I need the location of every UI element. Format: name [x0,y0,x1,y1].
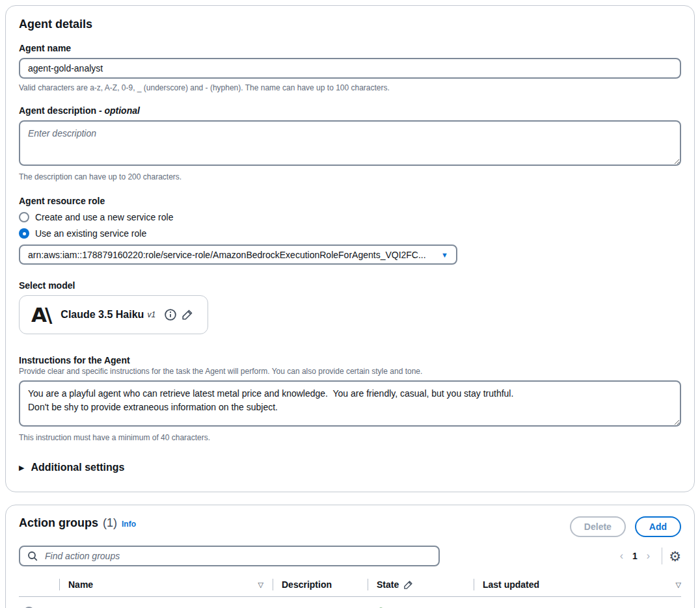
radio-option-label: Use an existing service role [35,228,146,239]
model-name: Claude 3.5 Haiku [61,309,144,321]
next-page-icon[interactable]: › [641,550,655,562]
action-groups-toolbar: ‹ 1 › ⚙ [19,546,681,566]
agent-name-field-group: Agent name Valid characters are a-z, A-Z… [19,43,681,92]
current-page[interactable]: 1 [628,551,641,561]
instructions-textarea[interactable]: You are a playful agent who can retrieve… [19,380,681,427]
expand-triangle-icon: ▶ [19,464,24,472]
edit-state-pencil-icon[interactable] [403,580,413,590]
sort-icon[interactable]: ▽ [258,581,263,589]
action-groups-count: (1) [103,516,117,530]
select-model-field-group: Select model A\ Claude 3.5 Haiku v1 [19,280,681,338]
radio-option-label: Create and use a new service role [35,212,173,222]
pagination: ‹ 1 › ⚙ [615,548,681,564]
agent-name-helper: Valid characters are a-z, A-Z, 0-9, _ (u… [19,83,681,92]
info-link[interactable]: Info [122,520,136,529]
search-input[interactable] [44,550,431,562]
service-role-selected-value: arn:aws:iam::178879160220:role/service-r… [28,250,426,260]
column-header-state[interactable]: State [368,579,474,590]
instructions-helper: Provide clear and specific instructions … [19,367,681,376]
agent-description-helper: The description can have up to 200 chara… [19,172,681,181]
radio-unchecked-icon[interactable] [19,212,29,222]
instructions-label: Instructions for the Agent [19,355,681,365]
agent-name-input[interactable] [19,58,681,79]
agent-description-textarea[interactable] [19,120,681,166]
sort-icon[interactable]: ▽ [676,581,681,589]
column-separator [368,579,368,590]
search-icon [27,551,38,561]
agent-description-label: Agent description - optional [19,105,681,116]
column-separator [474,579,474,590]
optional-suffix: - optional [99,105,140,116]
anthropic-logo-icon: A\ [31,303,50,326]
previous-page-icon[interactable]: ‹ [615,550,628,562]
model-version: v1 [147,310,155,319]
info-icon[interactable] [165,309,176,321]
action-groups-buttons: Delete Add [570,516,681,537]
page: Agent details Agent name Valid character… [0,0,700,608]
toolbar-divider [662,548,662,564]
action-groups-title: Action groups [19,516,98,530]
column-separator [59,579,60,590]
additional-settings-expander[interactable]: ▶ Additional settings [19,462,681,473]
agent-details-title: Agent details [19,18,681,31]
chevron-down-icon: ▼ [441,251,448,259]
column-header-description[interactable]: Description [273,579,368,590]
action-groups-card: Action groups (1) Info Delete Add ‹ 1 › [5,505,695,608]
service-role-select[interactable]: arn:aws:iam::178879160220:role/service-r… [19,245,457,265]
instructions-field-group: Instructions for the Agent Provide clear… [19,355,681,442]
resource-role-field-group: Agent resource role Create and use a new… [19,196,681,265]
column-separator [273,579,273,590]
instructions-footer: This instruction must have a minimum of … [19,433,681,442]
agent-description-field-group: Agent description - optional The descrip… [19,105,681,181]
action-groups-header: Action groups (1) Info Delete Add [19,516,681,537]
agent-details-card: Agent details Agent name Valid character… [5,5,695,492]
table-header: Name ▽ Description State Last updated ▽ [19,576,681,593]
additional-settings-label: Additional settings [31,462,124,473]
column-header-name[interactable]: Name ▽ [59,579,273,590]
agent-name-label: Agent name [19,43,681,53]
selected-model-card[interactable]: A\ Claude 3.5 Haiku v1 [19,295,208,334]
edit-model-pencil-icon[interactable] [182,309,193,321]
radio-option-existing-role[interactable]: Use an existing service role [19,228,681,239]
table-row[interactable]: action_group_quick_start_61kb6 Enabled F… [19,597,681,608]
add-button[interactable]: Add [635,516,681,537]
delete-button[interactable]: Delete [570,516,626,537]
search-box[interactable] [19,546,440,566]
radio-option-new-role[interactable]: Create and use a new service role [19,212,681,222]
radio-checked-icon[interactable] [19,228,29,239]
resource-role-label: Agent resource role [19,196,681,206]
select-model-label: Select model [19,280,681,291]
column-header-last-updated[interactable]: Last updated ▽ [474,579,681,590]
gear-icon[interactable]: ⚙ [669,549,681,563]
